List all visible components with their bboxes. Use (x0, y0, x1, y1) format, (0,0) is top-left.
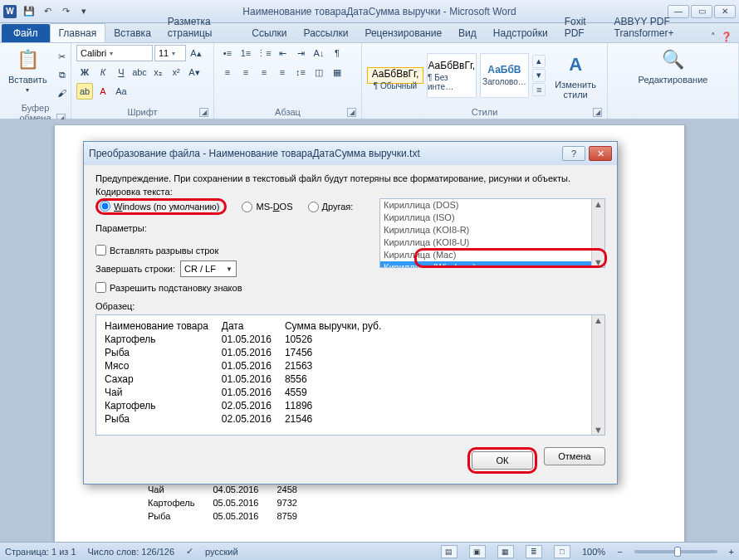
styles-launcher-icon[interactable]: ◢ (593, 108, 602, 117)
qat-more-icon[interactable]: ▾ (76, 4, 91, 19)
endlines-combo[interactable]: CR / LF▼ (180, 261, 237, 277)
paragraph-launcher-icon[interactable]: ◢ (347, 108, 356, 117)
strike-icon[interactable]: abc (131, 64, 148, 80)
view-print-layout-icon[interactable]: ▤ (441, 545, 458, 558)
tab-file[interactable]: Файл (2, 24, 50, 42)
radio-other-input[interactable] (308, 202, 319, 212)
sort-icon[interactable]: A↓ (311, 45, 327, 61)
status-page[interactable]: Страница: 1 из 1 (5, 547, 76, 557)
font-size-combo[interactable]: 11▾ (154, 45, 186, 61)
radio-windows-input[interactable] (100, 201, 110, 212)
style-no-spacing[interactable]: АаБбВвГг, ¶ Без инте… (427, 53, 477, 98)
highlight-icon[interactable]: ab (76, 83, 93, 100)
text-effects-icon[interactable]: A▾ (186, 64, 203, 80)
numbering-icon[interactable]: 1≡ (237, 45, 254, 61)
superscript-icon[interactable]: x² (168, 64, 184, 80)
styles-up-icon[interactable]: ▴ (532, 55, 546, 68)
clear-format-icon[interactable]: Aa (113, 83, 130, 100)
tab-references[interactable]: Ссылки (243, 24, 295, 42)
encoding-listbox[interactable]: Кириллица (DOS)Кириллица (ISO)Кириллица … (379, 198, 605, 268)
indent-inc-icon[interactable]: ⇥ (292, 45, 309, 61)
dialog-help-button[interactable]: ? (562, 146, 585, 161)
encoding-option[interactable]: Кириллица (Mac) (380, 249, 604, 261)
encoding-option[interactable]: Кириллица (KOI8-U) (380, 236, 604, 249)
underline-button[interactable]: Ч (113, 64, 130, 80)
font-name-combo[interactable]: Calibri▾ (76, 45, 153, 61)
checkbox-insert-breaks-input[interactable] (95, 245, 106, 256)
italic-button[interactable]: К (95, 64, 111, 80)
checkbox-allow-substitution[interactable]: Разрешить подстановку знаков (95, 282, 353, 293)
radio-msdos[interactable]: MS-DOS (242, 202, 292, 212)
tab-insert[interactable]: Вставка (105, 24, 159, 42)
ok-button[interactable]: ОК (472, 451, 533, 470)
align-left-icon[interactable]: ≡ (219, 64, 236, 80)
encoding-option[interactable]: Кириллица (ISO) (380, 212, 604, 224)
undo-icon[interactable]: ↶ (40, 4, 55, 19)
grow-font-icon[interactable]: A▴ (188, 45, 204, 61)
tab-mailings[interactable]: Рассылки (296, 24, 357, 42)
tab-view[interactable]: Вид (450, 24, 485, 42)
tab-layout[interactable]: Разметка страницы (159, 12, 244, 42)
zoom-in-button[interactable]: + (729, 547, 734, 557)
zoom-thumb[interactable] (674, 547, 681, 557)
tab-abbyy[interactable]: ABBYY PDF Transformer+ (606, 12, 711, 42)
zoom-percent[interactable]: 100% (582, 547, 605, 557)
encoding-option[interactable]: Кириллица (KOI8-R) (380, 224, 604, 236)
proofing-icon[interactable]: ✓ (186, 546, 193, 557)
change-styles-button[interactable]: A Изменить стили (549, 50, 602, 101)
styles-more-icon[interactable]: ≡ (532, 83, 546, 96)
align-center-icon[interactable]: ≡ (237, 64, 254, 80)
close-button[interactable]: ✕ (714, 5, 736, 18)
view-web-icon[interactable]: ▦ (497, 545, 514, 558)
view-draft-icon[interactable]: □ (554, 545, 570, 558)
cancel-button[interactable]: Отмена (544, 447, 605, 465)
shading-icon[interactable]: ◫ (311, 64, 327, 80)
view-outline-icon[interactable]: ≣ (526, 545, 542, 558)
radio-msdos-input[interactable] (242, 202, 252, 212)
checkbox-allow-substitution-input[interactable] (95, 282, 106, 293)
tab-foxit[interactable]: Foxit PDF (556, 12, 606, 42)
line-spacing-icon[interactable]: ↕≡ (292, 64, 309, 80)
style-heading[interactable]: АаБбВ Заголово… (480, 53, 530, 98)
bold-button[interactable]: Ж (76, 64, 93, 80)
help-icon[interactable]: ❓ (721, 32, 732, 42)
align-right-icon[interactable]: ≡ (256, 64, 272, 80)
cut-icon[interactable]: ✂ (54, 48, 71, 65)
editing-button[interactable]: 🔍 Редактирование (635, 45, 712, 86)
tab-home[interactable]: Главная (50, 23, 106, 42)
show-marks-icon[interactable]: ¶ (329, 45, 345, 61)
dialog-close-button[interactable]: ✕ (589, 146, 612, 161)
zoom-out-button[interactable]: − (617, 547, 622, 557)
radio-other[interactable]: Другая: (308, 202, 354, 212)
radio-windows[interactable]: Windows (по умолчанию) (100, 201, 219, 212)
font-launcher-icon[interactable]: ◢ (199, 108, 208, 117)
ribbon-minimize-icon[interactable]: ˄ (711, 32, 716, 42)
encoding-option[interactable]: Кириллица (Windows) (380, 261, 604, 268)
font-color-icon[interactable]: A (95, 83, 111, 100)
listbox-scrollbar[interactable]: ▲▼ (591, 199, 604, 267)
view-read-icon[interactable]: ▣ (469, 545, 486, 558)
save-icon[interactable]: 💾 (22, 4, 37, 19)
redo-icon[interactable]: ↷ (58, 4, 73, 19)
indent-dec-icon[interactable]: ⇤ (274, 45, 291, 61)
sample-scrollbar[interactable]: ▲▼ (591, 315, 604, 435)
status-language[interactable]: русский (205, 547, 237, 557)
zoom-slider[interactable] (634, 550, 717, 553)
paste-button[interactable]: 📋 Вставить ▾ (5, 45, 51, 95)
format-painter-icon[interactable]: 🖌 (54, 85, 71, 101)
status-word-count[interactable]: Число слов: 126/126 (88, 547, 175, 557)
encoding-option[interactable]: Кириллица (DOS) (380, 199, 604, 212)
checkbox-insert-breaks[interactable]: Вставлять разрывы строк (95, 245, 353, 256)
tab-addins[interactable]: Надстройки (485, 24, 556, 42)
bullets-icon[interactable]: •≡ (219, 45, 236, 61)
borders-icon[interactable]: ▦ (329, 64, 345, 80)
justify-icon[interactable]: ≡ (274, 64, 291, 80)
tab-review[interactable]: Рецензирование (356, 24, 450, 42)
params-label: Параметры: (95, 223, 353, 233)
endlines-label: Завершать строки: (95, 264, 175, 274)
copy-icon[interactable]: ⧉ (54, 66, 71, 83)
subscript-icon[interactable]: x₂ (149, 64, 166, 80)
multilevel-icon[interactable]: ⋮≡ (256, 45, 272, 61)
style-normal[interactable]: АаБбВвГг, ¶ Обычный (367, 67, 423, 84)
styles-down-icon[interactable]: ▾ (532, 69, 546, 82)
